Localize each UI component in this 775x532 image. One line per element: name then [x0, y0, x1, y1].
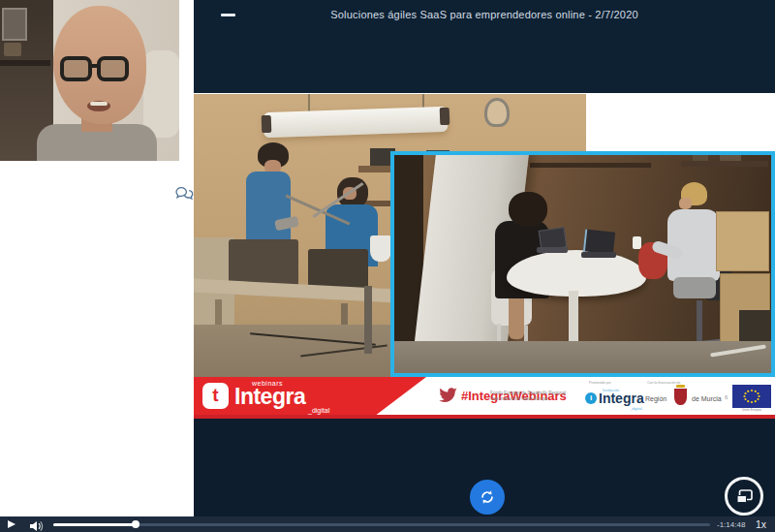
play-icon — [8, 520, 16, 528]
webcam-shelf-line — [0, 60, 50, 66]
remaining-time: -1:14:48 — [717, 520, 745, 529]
eu-flag — [732, 385, 771, 408]
murcia-word2: de Murcia — [692, 395, 722, 402]
webcam-frame — [2, 8, 27, 41]
region-murcia-logo: Con la financiación de Región de Murcia — [643, 381, 723, 414]
integra-logo-mark: t — [202, 383, 229, 409]
murcia-word1: Región — [645, 395, 666, 402]
chat-bubbles-icon — [174, 186, 194, 203]
inset-laptop1-base — [537, 247, 568, 253]
inset-person-left-leg — [509, 293, 524, 339]
presenter-webcam-video — [0, 0, 179, 161]
banner-red-rule — [194, 415, 775, 419]
scene-person1-shirt — [246, 172, 291, 245]
banner-small-mark: 6 — [725, 394, 728, 400]
speaker-icon — [30, 520, 46, 532]
feder-line2: Una manera de hacer Europa — [490, 396, 568, 402]
inset-chair-pole — [697, 300, 702, 343]
sponsor-banner: t webinars Integra _digital #IntegraWebi… — [194, 377, 775, 416]
inset-shelf — [530, 163, 651, 168]
webcam-shelf-item — [4, 43, 21, 56]
inset-person-right-face — [679, 198, 692, 209]
inset-floor — [394, 341, 771, 373]
overlapping-windows-icon — [735, 488, 754, 505]
webcam-glasses-left — [60, 56, 92, 81]
scene-machine — [229, 239, 298, 286]
integra-i-icon: i — [585, 392, 597, 404]
brand-suffix: _digital — [308, 407, 329, 414]
twitter-bird-icon — [438, 388, 457, 404]
seek-played — [53, 523, 136, 526]
inset-laptop2-screen — [583, 229, 615, 254]
playback-speed-button[interactable]: 1x — [756, 518, 766, 530]
murcia-shield — [674, 389, 687, 405]
volume-button[interactable] — [30, 518, 46, 530]
feder-text: Fondo Europeo de Desarrollo Regional Una… — [490, 391, 568, 402]
scene-bucket — [370, 235, 391, 262]
seek-bar[interactable] — [53, 523, 710, 526]
player-control-bar: -1:14:48 1x — [0, 516, 775, 532]
webcam-chair — [143, 50, 179, 138]
inset-box — [716, 211, 769, 271]
inset-shelf-item — [720, 155, 741, 161]
sync-layout-button[interactable] — [470, 480, 505, 515]
scene-light-endcap — [440, 108, 450, 125]
webcam-glasses-right — [97, 56, 129, 81]
scene-stool — [364, 286, 372, 354]
inset-shelf — [681, 161, 768, 167]
integra-glyph: t — [212, 385, 218, 405]
inset-person-left-hair — [509, 192, 547, 227]
brand-name: Integra — [234, 384, 305, 410]
inset-laptop2-base — [581, 252, 616, 258]
integra-suffix: _digital — [630, 406, 642, 411]
eu-caption: Unión Europea — [732, 408, 771, 412]
seek-handle[interactable] — [132, 520, 140, 528]
inset-shelf-item — [693, 155, 708, 161]
integra-name: Integra — [599, 391, 644, 406]
scene-light-endcap — [262, 115, 272, 133]
integra-over-text: Promovido por — [589, 381, 611, 385]
webinar-title: Soluciones ágiles SaaS para emprendedore… — [194, 9, 775, 20]
scene-machine — [308, 249, 368, 290]
play-button[interactable] — [8, 520, 17, 529]
view-toggle-button[interactable] — [725, 477, 763, 516]
webcam-glasses-bridge — [91, 64, 98, 68]
inset-person-right-shorts — [673, 277, 716, 298]
webcam-teeth — [90, 102, 108, 106]
eu-stars-icon — [732, 385, 771, 408]
chat-button[interactable] — [174, 186, 194, 203]
scene-cage-lamp — [484, 98, 510, 127]
fundacion-integra-logo: Promovido por fundación i Integra _digit… — [577, 381, 647, 414]
murcia-crown — [676, 385, 685, 388]
screenshare-video-highlighted — [390, 151, 775, 377]
inset-person-right-body — [667, 209, 720, 281]
integra-webinars-banner: t webinars Integra _digital — [194, 377, 426, 416]
webinar-header: Soluciones ágiles SaaS para emprendedore… — [194, 0, 775, 93]
refresh-arrows-icon — [479, 488, 496, 506]
